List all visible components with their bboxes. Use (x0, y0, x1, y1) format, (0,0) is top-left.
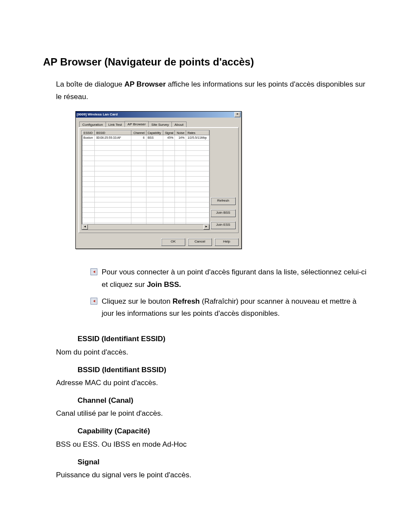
instruction-list: Pour vous connecter à un point d'accès f… (90, 266, 370, 320)
tab-configuration[interactable]: Configuration (79, 121, 106, 128)
list-item: Pour vous connecter à un point d'accès f… (90, 266, 370, 291)
table-row[interactable] (82, 212, 209, 218)
desc-channel: Canal utilisé par le point d'accès. (56, 408, 370, 419)
term-capability: Capability (Capacité) (78, 425, 370, 437)
bullet-icon (90, 298, 97, 305)
term-signal: Signal (78, 456, 370, 468)
join-ess-button[interactable]: Join ESS (211, 221, 236, 229)
term-channel: Channel (Canal) (78, 395, 370, 406)
term-bssid: BSSID (Identifiant BSSID) (78, 364, 370, 376)
table-row[interactable] (82, 202, 209, 207)
bullet-pre: Cliquez sur le bouton (102, 297, 172, 305)
bullet-bold: Join BSS. (147, 280, 181, 289)
bullet-pre: Pour vous connecter à un point d'accès f… (102, 268, 367, 289)
table-row[interactable] (82, 166, 209, 171)
dialog-tabs: Configuration Link Test AP Browser Site … (79, 121, 239, 127)
cell-essid: Boston (82, 135, 95, 140)
ap-browser-dialog: [0009] Wireless Lan Card × Configuration… (75, 111, 242, 249)
dialog-titlebar[interactable]: [0009] Wireless Lan Card × (76, 112, 241, 118)
table-row[interactable] (82, 218, 209, 223)
table-row[interactable] (82, 161, 209, 166)
close-icon[interactable]: × (234, 112, 240, 117)
dialog-title: [0009] Wireless Lan Card (77, 112, 118, 116)
tab-link-test[interactable]: Link Test (106, 121, 125, 128)
table-row[interactable] (82, 176, 209, 181)
table-row[interactable] (82, 140, 209, 145)
join-bss-button[interactable]: Join BSS (211, 209, 236, 217)
intro-bold: AP Browser (125, 80, 166, 88)
tab-ap-browser[interactable]: AP Browser (125, 121, 149, 127)
table-row[interactable]: Boston 00:06:25:55:33:AF 6 BSS 45% 14% 1… (82, 135, 209, 140)
cell-noise: 14% (175, 135, 186, 140)
scroll-left-icon[interactable]: ◄ (82, 224, 88, 230)
table-row[interactable] (82, 207, 209, 212)
col-capability[interactable]: Capability (146, 131, 163, 135)
cell-rates: 1/2/5.5/11Mbp (186, 135, 209, 140)
ap-grid[interactable]: ESSID BSSID Channel Capability Signal No… (81, 130, 210, 224)
list-item: Cliquez sur le bouton Refresh (Rafraîchi… (90, 296, 370, 320)
table-row[interactable] (82, 181, 209, 187)
horizontal-scrollbar[interactable]: ◄ ► (81, 224, 210, 230)
term-essid: ESSID (Identifiant ESSID) (78, 333, 370, 345)
col-channel[interactable]: Channel (131, 131, 146, 135)
cell-capability: BSS (146, 135, 163, 140)
desc-essid: Nom du point d'accès. (56, 346, 370, 358)
table-row[interactable] (82, 145, 209, 150)
page-title: AP Browser (Navigateur de points d'accès… (43, 56, 370, 68)
refresh-button[interactable]: Refresh (211, 197, 236, 205)
desc-signal: Puissance du signal vers le point d'accè… (56, 469, 370, 481)
table-row[interactable] (82, 187, 209, 192)
col-rates[interactable]: Rates (186, 131, 209, 135)
col-bssid[interactable]: BSSID (95, 131, 131, 135)
desc-capability: BSS ou ESS. Ou IBSS en mode Ad-Hoc (56, 439, 370, 450)
col-noise[interactable]: Noise (175, 131, 186, 135)
bullet-bold: Refresh (172, 297, 199, 305)
desc-bssid: Adresse MAC du point d'accès. (56, 377, 370, 389)
table-row[interactable] (82, 156, 209, 161)
tab-panel: ESSID BSSID Channel Capability Signal No… (78, 127, 239, 233)
bullet-icon (90, 268, 97, 275)
help-button[interactable]: Help (215, 238, 239, 246)
definitions: ESSID (Identifiant ESSID) Nom du point d… (56, 333, 370, 481)
tab-site-survey[interactable]: Site Survey (148, 121, 172, 128)
scroll-right-icon[interactable]: ► (203, 224, 209, 230)
intro-paragraph: La boîte de dialogue AP Browser affiche … (56, 78, 370, 103)
table-row[interactable] (82, 150, 209, 156)
col-signal[interactable]: Signal (163, 131, 174, 135)
table-row[interactable] (82, 197, 209, 202)
cell-bssid: 00:06:25:55:33:AF (95, 135, 131, 140)
intro-pre: La boîte de dialogue (56, 80, 125, 88)
col-essid[interactable]: ESSID (82, 131, 95, 135)
grid-header-row: ESSID BSSID Channel Capability Signal No… (82, 131, 209, 135)
tab-about[interactable]: About (171, 121, 187, 128)
table-row[interactable] (82, 171, 209, 176)
table-row[interactable] (82, 192, 209, 197)
cell-signal: 45% (163, 135, 174, 140)
cancel-button[interactable]: Cancel (188, 238, 212, 246)
cell-channel: 6 (131, 135, 146, 140)
ok-button[interactable]: OK (161, 238, 185, 246)
